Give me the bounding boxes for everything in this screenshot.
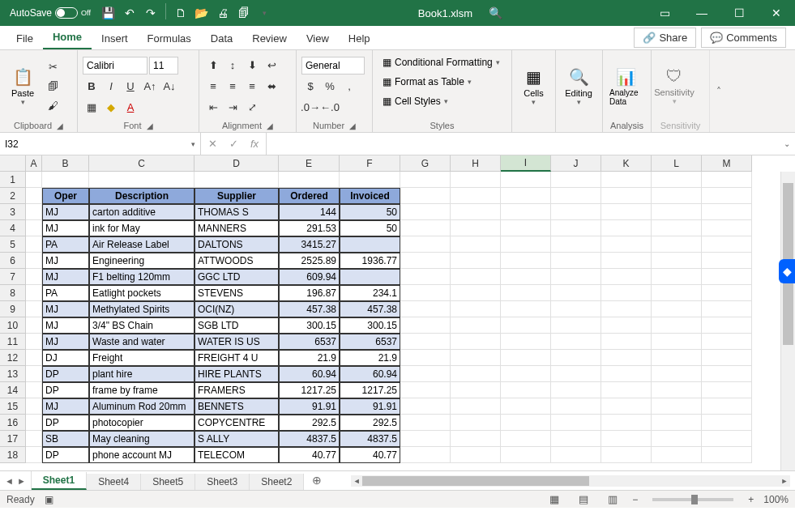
italic-button[interactable]: I <box>102 78 120 96</box>
cell[interactable]: 21.9 <box>340 350 400 366</box>
cell[interactable]: Aluminum Rod 20mm <box>89 398 194 415</box>
cell[interactable] <box>400 447 451 463</box>
cell[interactable] <box>652 334 702 350</box>
cell[interactable]: Supplier <box>194 188 279 204</box>
column-header[interactable]: G <box>400 155 451 172</box>
tab-help[interactable]: Help <box>339 28 380 49</box>
cell[interactable]: 1217.25 <box>340 382 400 398</box>
percent-icon[interactable]: % <box>321 78 339 96</box>
cell[interactable] <box>451 269 501 285</box>
underline-button[interactable]: U <box>122 78 139 96</box>
cell[interactable]: Invoiced <box>340 188 400 204</box>
bold-button[interactable]: B <box>83 78 100 96</box>
tab-formulas[interactable]: Formulas <box>138 28 201 49</box>
cell[interactable] <box>601 382 652 398</box>
cell[interactable]: DJ <box>42 350 89 366</box>
tab-view[interactable]: View <box>297 28 339 49</box>
cell[interactable]: 3415.27 <box>279 236 340 253</box>
cell[interactable]: FRAMERS <box>194 382 279 398</box>
cell[interactable] <box>400 431 451 447</box>
cell[interactable] <box>501 447 551 463</box>
cell[interactable]: 457.38 <box>340 301 400 317</box>
fill-color-icon[interactable]: ◆ <box>102 99 120 117</box>
cell[interactable] <box>26 188 42 204</box>
align-middle-icon[interactable]: ↕ <box>224 57 241 74</box>
decrease-decimal-icon[interactable]: ←.0 <box>321 99 339 117</box>
column-header[interactable]: I <box>501 155 551 172</box>
cell[interactable] <box>26 204 42 220</box>
cell[interactable] <box>501 253 551 269</box>
scroll-thumb[interactable] <box>362 476 589 486</box>
column-header[interactable]: H <box>451 155 501 172</box>
scroll-left-icon[interactable]: ◄ <box>351 475 362 487</box>
format-as-table-button[interactable]: ▦Format as Table▾ <box>378 73 505 91</box>
cell[interactable]: FREIGHT 4 U <box>194 350 279 366</box>
merge-center-icon[interactable]: ⬌ <box>263 78 280 96</box>
row-header[interactable]: 6 <box>0 253 26 269</box>
cell[interactable] <box>652 382 702 398</box>
cell[interactable] <box>26 366 42 382</box>
cell[interactable]: 1936.77 <box>340 253 400 269</box>
cell[interactable]: 60.94 <box>279 366 340 382</box>
cell[interactable] <box>551 350 601 366</box>
cell-reference-input[interactable] <box>5 138 191 150</box>
cell[interactable] <box>400 188 451 204</box>
cell[interactable]: phone account MJ <box>89 447 194 463</box>
cell[interactable] <box>601 285 652 301</box>
decrease-font-icon[interactable]: A↓ <box>160 78 178 96</box>
cell[interactable] <box>702 301 752 317</box>
cell[interactable] <box>702 188 752 204</box>
cell[interactable] <box>42 172 89 188</box>
cell[interactable] <box>451 204 501 220</box>
cell[interactable]: MJ <box>42 204 89 220</box>
cell[interactable] <box>551 382 601 398</box>
increase-indent-icon[interactable]: ⇥ <box>224 99 241 117</box>
cell[interactable]: 1217.25 <box>279 382 340 398</box>
align-left-icon[interactable]: ≡ <box>204 78 222 96</box>
cell[interactable] <box>702 415 752 431</box>
cell[interactable] <box>652 317 702 334</box>
cell[interactable]: Freight <box>89 350 194 366</box>
orientation-icon[interactable]: ⤢ <box>243 99 261 117</box>
cell[interactable]: 60.94 <box>340 366 400 382</box>
cell[interactable]: MJ <box>42 269 89 285</box>
cell[interactable]: 4837.5 <box>279 431 340 447</box>
decrease-indent-icon[interactable]: ⇤ <box>204 99 222 117</box>
add-sheet-button[interactable]: ⊕ <box>304 471 330 490</box>
cell[interactable] <box>400 269 451 285</box>
cell[interactable] <box>601 317 652 334</box>
quick-print-icon[interactable]: 🗐 <box>234 3 254 23</box>
cell[interactable]: PA <box>42 236 89 253</box>
currency-icon[interactable]: $ <box>301 78 319 96</box>
cell[interactable] <box>702 398 752 415</box>
row-header[interactable]: 5 <box>0 236 26 253</box>
cell[interactable]: COPYCENTRE <box>194 415 279 431</box>
cell[interactable]: Methylated Spirits <box>89 301 194 317</box>
row-header[interactable]: 18 <box>0 447 26 463</box>
column-header[interactable]: M <box>702 155 752 172</box>
cell[interactable]: May cleaning <box>89 431 194 447</box>
cell[interactable] <box>451 317 501 334</box>
column-header[interactable]: C <box>89 155 194 172</box>
cell[interactable]: STEVENS <box>194 285 279 301</box>
row-header[interactable]: 9 <box>0 301 26 317</box>
cell[interactable] <box>451 301 501 317</box>
cell[interactable] <box>702 285 752 301</box>
cell[interactable]: PA <box>42 285 89 301</box>
cell[interactable]: DP <box>42 447 89 463</box>
cell[interactable] <box>702 172 752 188</box>
cell[interactable] <box>501 398 551 415</box>
row-header[interactable]: 14 <box>0 382 26 398</box>
cell[interactable]: 292.5 <box>279 415 340 431</box>
cell[interactable] <box>652 220 702 236</box>
cell[interactable]: DP <box>42 382 89 398</box>
tab-home[interactable]: Home <box>43 26 92 49</box>
cell[interactable]: Oper <box>42 188 89 204</box>
align-bottom-icon[interactable]: ⬇ <box>243 57 261 74</box>
cell[interactable] <box>601 415 652 431</box>
copy-icon[interactable]: 🗐 <box>44 78 62 96</box>
cell[interactable]: ATTWOODS <box>194 253 279 269</box>
customize-qat-icon[interactable]: ▾ <box>255 3 275 23</box>
cell[interactable] <box>501 204 551 220</box>
cell[interactable] <box>702 334 752 350</box>
